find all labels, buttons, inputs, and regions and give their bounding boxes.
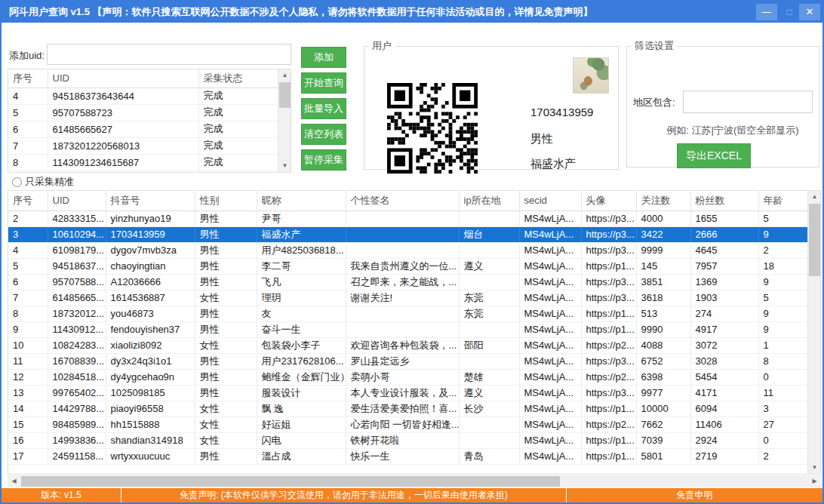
table-cell: 理玥 [257,290,346,306]
clear-list-button[interactable]: 清空列表 [301,124,346,145]
table-row[interactable]: 71873201220568013完成 [8,137,278,154]
table-cell: 快乐一生 [346,448,459,464]
start-query-button[interactable]: 开始查询 [301,72,346,94]
table-cell: https://p3... [581,353,636,369]
table-cell: 完成 [198,88,278,104]
table-row[interactable]: 911430912...fendouyishen37男性奋斗一生MS4wLjA.… [8,321,808,337]
scroll-up-icon[interactable]: ▲ [278,69,291,81]
table-cell: 鲍维金（金辉门业） [257,369,346,385]
table-cell: https://p3... [581,226,636,242]
table-cell: 3618 [636,290,690,306]
close-button[interactable]: ✕ [799,4,820,20]
table-cell: MS4wLjA... [519,321,581,337]
minimize-button[interactable]: — [756,4,777,20]
pause-collect-button[interactable]: 暂停采集 [301,149,346,171]
close-icon: ✕ [806,6,814,17]
table-cell: A12036666 [106,274,195,290]
table-row[interactable]: 461098179...dygov7mvb3za男性用户4825036818..… [8,242,808,258]
column-header[interactable]: 抖音号 [106,191,195,211]
table-row[interactable]: 1614993836...shandian314918女性闪电铁树开花啦MS4w… [8,432,808,448]
add-uid-input[interactable] [47,44,291,65]
table-row[interactable]: 1414429788...piaoyi96558女性飘 逸爱生活爱美爱拍照！喜.… [8,401,808,416]
scrollbar-thumb[interactable] [279,82,291,108]
add-button[interactable]: 添加 [301,47,346,68]
title-bar[interactable]: 阿斗用户查询 v1.5 【声明：软件只搜索互联网公开数据不涉及个人隐私，请勿将软… [2,2,822,23]
table-row[interactable]: 242833315...yinzhunyao19男性尹哥MS4wLjA...ht… [8,211,808,226]
column-header[interactable]: 年龄 [758,191,808,211]
table-row[interactable]: 1116708839...dy3x24q3i1o1男性用户2317628106.… [8,353,808,369]
table-cell: 男性 [195,321,257,337]
column-header[interactable]: 关注数 [636,191,690,211]
results-table-hscrollbar[interactable]: ◀ ▶ [8,475,821,487]
table-cell: 16 [8,432,48,448]
table-cell: 服装设计 [257,385,346,401]
precise-only-label: 只采集精准 [25,175,74,189]
table-cell: 1903 [690,290,758,306]
table-row[interactable]: 661485665627完成 [8,121,278,137]
app-window: 阿斗用户查询 v1.5 【声明：软件只搜索互联网公开数据不涉及个人隐私，请勿将软… [0,0,824,504]
column-header[interactable]: 个性签名 [346,191,459,211]
column-header[interactable]: 昵称 [257,191,346,211]
table-row[interactable]: 594518637...chaoyingtian男性李二哥我来自贵州遵义的一位.… [8,258,808,274]
scroll-down-icon[interactable]: ▼ [278,160,291,172]
batch-import-button[interactable]: 批量导入 [301,98,346,119]
table-row[interactable]: 310610294...1703413959男性福盛水产烟台MS4wLjA...… [8,226,808,242]
table-cell: 10000 [636,401,690,416]
precise-only-radio[interactable]: 只采集精准 [12,175,74,189]
table-row[interactable]: 4945186373643644完成 [8,88,278,104]
table-cell: 5 [758,290,808,306]
disclaimer-link[interactable]: 免责申明 [566,488,822,502]
table-cell: 男性 [195,353,257,369]
table-row[interactable]: 1010824283...xiaolizi8092女性包装袋小李子欢迎咨询各种包… [8,337,808,353]
table-cell: 61098179... [48,242,106,258]
table-cell: 5454 [690,369,758,385]
table-cell: 罗山县定远乡 [346,353,459,369]
scrollbar-thumb[interactable] [809,204,820,276]
table-row[interactable]: 1724591158...wrtyxxuucuuc男性溫占成快乐一生青岛MS4w… [8,448,808,464]
table-row[interactable]: 695707588...A12036666男性飞凡召之即来，来之能战，...MS… [8,274,808,290]
table-cell: 24591158... [48,448,106,464]
results-table-vscrollbar[interactable]: ▲ ▼ [807,191,820,474]
table-cell: 4171 [690,385,758,401]
column-header[interactable]: 采集状态 [198,69,278,88]
table-row[interactable]: 818732012...you46873男性友东莞MS4wLjA...https… [8,306,808,321]
table-row[interactable]: 595707588723完成 [8,104,278,121]
table-cell [459,321,519,337]
scroll-up-icon[interactable]: ▲ [808,191,821,203]
maximize-button[interactable]: □ [779,4,799,20]
scrollbar-thumb[interactable] [21,476,560,487]
table-cell: 7 [8,290,48,306]
column-header[interactable]: 性别 [195,191,257,211]
column-header[interactable]: 序号 [8,69,48,88]
table-cell: 青岛 [459,448,519,464]
table-cell: 10284518... [48,369,106,385]
scroll-left-icon[interactable]: ◀ [8,475,20,487]
export-excel-button[interactable]: 导出EXCEL [677,143,751,168]
table-cell [346,306,459,321]
scroll-down-icon[interactable]: ▼ [808,462,821,474]
table-row[interactable]: 761485665...1614536887女性理玥谢谢关注!东莞MS4wLjA… [8,290,808,306]
region-filter-input[interactable] [683,91,813,113]
table-cell: 完成 [198,154,278,171]
column-header[interactable]: secid [519,191,581,211]
user-panel: 用户 1703413959 男性 福盛水产 [364,39,619,170]
column-header[interactable]: UID [48,69,198,88]
table-row[interactable]: 1598485989...hh1515888女性好运姐心若向阳 一切皆好相逢..… [8,416,808,432]
column-header[interactable]: ip所在地 [459,191,519,211]
table-cell: https://p3... [581,242,636,258]
table-cell: MS4wLjA... [519,211,581,226]
table-cell: 心若向阳 一切皆好相逢... [346,416,459,432]
table-row[interactable]: 1210284518...dy4ygcehao9n男性鲍维金（金辉门业）卖萌小哥… [8,369,808,385]
filter-panel-title: 筛选设置 [632,39,677,53]
table-row[interactable]: 1399765402...1025098185男性服装设计本人专业设计服装，及.… [8,385,808,401]
table-row[interactable]: 81143091234615687完成 [8,154,278,171]
table-cell: 邵阳 [459,337,519,353]
column-header[interactable]: UID [48,191,106,211]
table-cell: https://p1... [581,306,636,321]
scroll-right-icon[interactable]: ▶ [808,475,821,487]
column-header[interactable]: 序号 [8,191,48,211]
column-header[interactable]: 粉丝数 [690,191,758,211]
queue-table-scrollbar[interactable]: ▲ ▼ [278,69,291,172]
column-header[interactable]: 头像 [581,191,636,211]
table-cell: 2 [758,242,808,258]
